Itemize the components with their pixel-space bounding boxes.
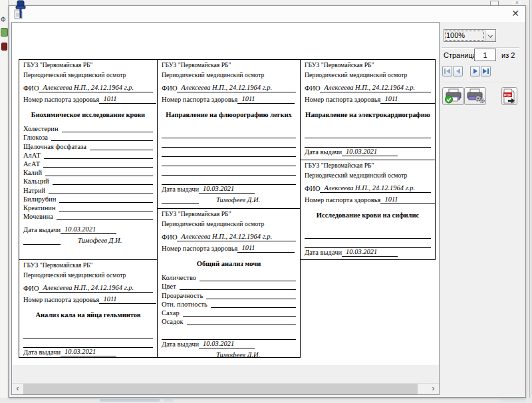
date-value: 10.03.2021 [342, 148, 398, 156]
field-label: Креатинин [23, 204, 56, 211]
first-page-button[interactable] [442, 66, 452, 76]
field-label: Холестерин [23, 125, 59, 132]
form-fields: ХолестеринГлюкозаЩелочная фосфатазаАлАТА… [23, 124, 153, 220]
signature-name: Тимофеев Д.И. [359, 259, 403, 260]
folder-icon[interactable] [1, 28, 8, 37]
passport-value: 1011 [380, 196, 436, 204]
org-name: ГБУЗ "Первомайская РБ" [162, 62, 296, 68]
scroll-right-button[interactable]: › [428, 384, 439, 394]
zoom-select[interactable]: 100% [444, 29, 496, 42]
form-title: Направление на электрокардиографию [305, 110, 431, 119]
date-value: 10.03.2021 [199, 340, 255, 348]
print-button[interactable] [442, 87, 464, 105]
signature-line [23, 238, 61, 245]
field-label: Калий [23, 169, 42, 176]
signature-row: Тимофеев Д.И. [305, 259, 431, 260]
org-name: ГБУЗ "Первомайская РБ" [23, 62, 153, 68]
preview-panel: ГБУЗ "Первомайская РБ" Периодический мед… [11, 22, 440, 395]
forms-column-3: ГБУЗ "Первомайская РБ" Периодический мед… [300, 59, 436, 358]
previous-page-button[interactable] [453, 66, 463, 76]
signature-name: Тимофеев Д.И. [216, 351, 260, 358]
passport-value: 1011 [380, 95, 436, 104]
form-blank-lines [23, 329, 153, 348]
field-label: АсАТ [23, 160, 40, 168]
form-field-row: Креатинин [23, 203, 153, 211]
passport-row: Номер паспорта здоровья 1011 [305, 95, 431, 104]
form-helminth-eggs: ГБУЗ "Первомайская РБ" Периодический мед… [19, 259, 158, 358]
printer-gear-icon [466, 88, 485, 104]
parent-window-right-edge [529, 0, 532, 398]
scrollbar-thumb[interactable] [23, 384, 418, 394]
horizontal-scrollbar[interactable]: ‹ › [12, 383, 439, 394]
field-label: Сахар [162, 309, 180, 317]
scroll-left-button[interactable]: ‹ [12, 384, 23, 394]
form-title: Общий анализ мочи [162, 259, 296, 268]
field-label: Глюкоза [23, 134, 48, 141]
forms-grid: ГБУЗ "Первомайская РБ" Периодический мед… [19, 59, 436, 358]
field-blank-line [90, 150, 153, 150]
export-pdf-button[interactable]: PDF [501, 87, 517, 105]
print-settings-button[interactable] [464, 87, 486, 105]
form-field-row: Прозрачность [162, 290, 296, 299]
fio-value: Алексеева Н.П., 24.12.1964 г.р. [39, 284, 153, 293]
exam-type: Периодический медицинский осмотр [23, 72, 153, 78]
form-blank-lines [162, 331, 296, 340]
fio-row: ФИО Алексеева Н.П., 24.12.1964 г.р. [305, 184, 431, 193]
fio-row: ФИО Алексеева Н.П., 24.12.1964 г.р. [162, 233, 296, 241]
close-button[interactable]: ✕ [509, 7, 521, 19]
field-blank-line [45, 176, 153, 176]
date-signature-block: Дата выдачи 10.03.2021 Тимофеев Д.И. [305, 248, 431, 260]
signature-row: Тимофеев Д.И. [162, 196, 296, 204]
date-label: Дата выдачи [162, 186, 199, 194]
form-field-row: Калий [23, 168, 153, 176]
field-blank-line [44, 158, 153, 159]
org-name: ГБУЗ "Первомайская РБ" [305, 162, 431, 169]
blank-line [23, 338, 153, 348]
form-biochem-blood: ГБУЗ "Первомайская РБ" Периодический мед… [19, 59, 158, 260]
field-label: Щелочная фосфатаза [23, 143, 86, 150]
field-blank-line [211, 307, 296, 308]
combo-dropdown-button[interactable] [485, 30, 495, 41]
signature-line [162, 198, 199, 204]
passport-value: 1011 [237, 244, 295, 253]
chevron-down-icon [487, 33, 493, 38]
field-blank-line [187, 325, 296, 325]
blank-line [23, 329, 153, 338]
field-label: АлАТ [23, 152, 41, 159]
blank-line [305, 229, 431, 239]
passport-value: 1011 [99, 95, 156, 104]
scrollbar-track[interactable] [23, 384, 428, 394]
field-blank-line [62, 132, 153, 132]
next-page-button[interactable] [470, 66, 480, 76]
pushpin-icon [15, 0, 26, 23]
form-field-row: Мочевина [23, 211, 153, 220]
passport-label: Номер паспорта здоровья [162, 96, 237, 104]
form-field-row: АлАТ [23, 150, 153, 159]
date-row: Дата выдачи 10.03.2021 [23, 225, 153, 234]
field-label: Цвет [162, 283, 176, 290]
exam-type: Периодический медицинский осмотр [162, 221, 296, 227]
exam-type: Периодический медицинский осмотр [305, 72, 431, 78]
passport-label: Номер паспорта здоровья [305, 196, 380, 204]
page-total-label: из 2 [501, 51, 515, 59]
form-field-row: Натрий [23, 185, 153, 194]
svg-text:PDF: PDF [504, 93, 512, 97]
form-blank-lines [162, 129, 296, 185]
parent-close-button[interactable]: × [513, 1, 521, 5]
page-number-input[interactable] [474, 49, 496, 61]
fio-label: ФИО [23, 285, 39, 293]
first-page-icon [444, 68, 446, 74]
passport-value: 1011 [237, 95, 295, 104]
book-icon[interactable] [1, 43, 7, 51]
parent-maximize-button[interactable] [490, 1, 499, 5]
passport-row: Номер паспорта здоровья 1011 [162, 95, 296, 104]
org-name: ГБУЗ "Первомайская РБ" [305, 62, 431, 68]
date-label: Дата выдачи [162, 340, 199, 348]
date-row: Дата выдачи 10.03.2021 [162, 340, 296, 348]
first-page-icon [446, 68, 450, 74]
last-page-button[interactable] [481, 66, 491, 76]
fio-value: Алексеева Н.П., 24.12.1964 г.р. [320, 84, 431, 92]
field-blank-line [49, 194, 153, 194]
blank-line [305, 138, 431, 148]
field-label: Прозрачность [162, 292, 203, 299]
